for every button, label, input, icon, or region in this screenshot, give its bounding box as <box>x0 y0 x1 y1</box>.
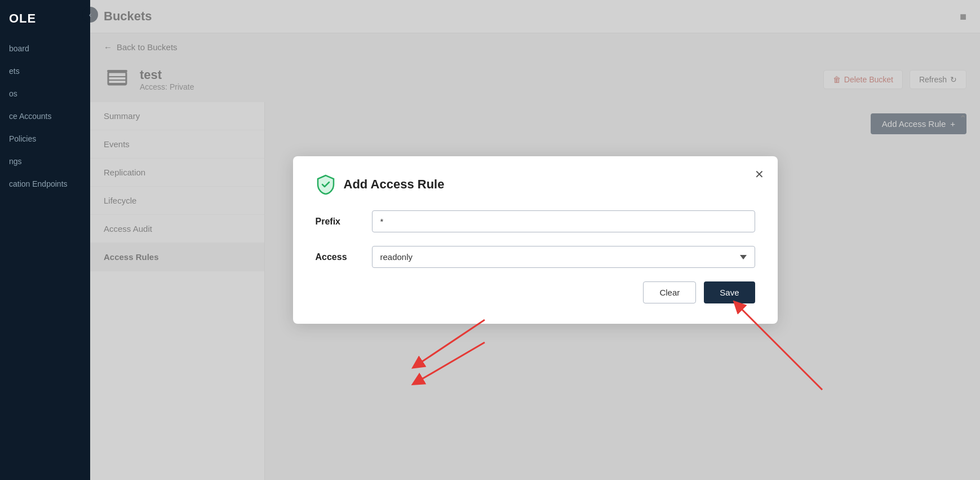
svg-line-8 <box>417 342 485 382</box>
access-label: Access <box>316 252 361 262</box>
modal-overlay: Add Access Rule ✕ Prefix Access readonly… <box>90 0 980 480</box>
save-button[interactable]: Save <box>704 281 755 303</box>
prefix-form-row: Prefix <box>316 210 755 232</box>
main-content: Buckets ■ ← Back to Buckets test Access:… <box>90 0 980 480</box>
sidebar-item-label: ce Accounts <box>9 112 52 121</box>
sidebar-item-label: board <box>9 44 29 53</box>
sidebar-item-label: ets <box>9 67 20 76</box>
annotation-arrow-1 <box>383 314 496 382</box>
shield-icon <box>316 174 336 195</box>
prefix-input[interactable] <box>372 210 755 232</box>
annotation-arrow-2 <box>383 337 496 393</box>
sidebar-item-dashboard[interactable]: board <box>0 37 90 60</box>
access-select[interactable]: readonly writeonly readwrite <box>372 246 755 268</box>
sidebar-item-buckets[interactable]: ets <box>0 60 90 82</box>
modal-title: Add Access Rule <box>344 177 445 192</box>
sidebar-item-label: ngs <box>9 157 22 166</box>
sidebar-item-label: Policies <box>9 134 36 143</box>
sidebar-item-os[interactable]: os <box>0 82 90 105</box>
modal-footer: Clear Save <box>316 281 755 303</box>
clear-button[interactable]: Clear <box>643 281 696 303</box>
modal-header: Add Access Rule <box>316 174 755 195</box>
access-form-row: Access readonly writeonly readwrite <box>316 246 755 268</box>
sidebar-item-notification-endpoints[interactable]: cation Endpoints <box>0 173 90 195</box>
sidebar-item-settings[interactable]: ngs <box>0 150 90 173</box>
sidebar-item-policies[interactable]: Policies <box>0 127 90 150</box>
add-access-rule-modal: Add Access Rule ✕ Prefix Access readonly… <box>293 156 778 324</box>
sidebar-title: OLE <box>0 6 90 37</box>
svg-line-6 <box>417 320 485 365</box>
modal-close-button[interactable]: ✕ <box>755 168 764 181</box>
sidebar-item-label: os <box>9 89 17 98</box>
sidebar-item-label: cation Endpoints <box>9 179 68 188</box>
sidebar-item-service-accounts[interactable]: ce Accounts <box>0 105 90 127</box>
prefix-label: Prefix <box>316 217 361 227</box>
sidebar: ‹ OLE board ets os ce Accounts Policies … <box>0 0 90 480</box>
